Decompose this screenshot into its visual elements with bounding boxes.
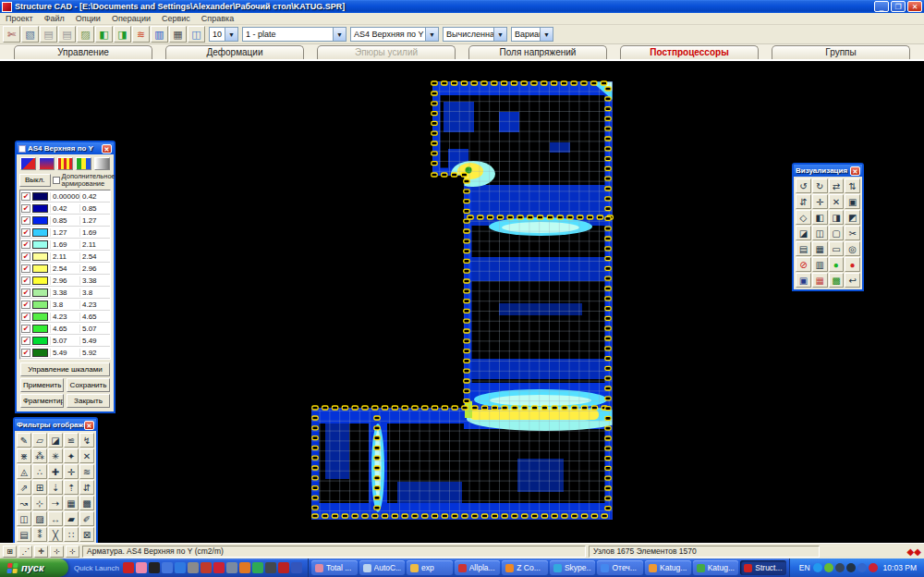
tray-icon-3[interactable] <box>835 563 845 572</box>
toolbar-icon-4[interactable]: ▤ <box>58 26 76 43</box>
status-icon-1[interactable]: ⊞ <box>3 546 17 558</box>
visual-icon-22[interactable]: ▥ <box>812 257 828 272</box>
filter-icon-27[interactable]: ▨ <box>32 511 47 526</box>
filter-icon-9[interactable]: ✦ <box>64 448 79 463</box>
close-icon[interactable]: ✕ <box>84 421 94 430</box>
filter-icon-30[interactable]: ✐ <box>79 511 94 526</box>
legend-row-checkbox[interactable]: ✔ <box>21 313 30 321</box>
filter-icon-20[interactable]: ⇵ <box>79 480 94 495</box>
manage-scales-button[interactable]: Управление шкалами <box>20 362 110 376</box>
variant-select[interactable]: Вариан ▼ <box>511 27 553 42</box>
toolbar-icon-2[interactable]: ▧ <box>21 26 39 43</box>
filter-icon-33[interactable]: ╳ <box>48 527 63 542</box>
filter-icon-15[interactable]: ≋ <box>79 464 94 479</box>
task-button[interactable]: Allpla... <box>455 560 501 575</box>
visual-icon-8[interactable]: ▣ <box>845 194 860 209</box>
visual-icon-25[interactable]: ▣ <box>796 273 811 288</box>
scheme-gray-button[interactable] <box>94 157 110 170</box>
filter-icon-11[interactable]: ◬ <box>17 464 31 479</box>
legend-row-checkbox[interactable]: ✔ <box>21 288 30 297</box>
menu-item-проект[interactable]: Проект <box>6 14 33 23</box>
save-button[interactable]: Сохранить <box>67 378 110 392</box>
filter-icon-8[interactable]: ✳ <box>48 448 63 463</box>
status-icon-3[interactable]: ✛ <box>34 546 48 558</box>
filter-icon-13[interactable]: ✚ <box>48 464 63 479</box>
legend-row-checkbox[interactable]: ✔ <box>21 240 30 249</box>
legend-row-checkbox[interactable]: ✔ <box>21 216 30 225</box>
task-button[interactable]: Z Co... <box>502 560 548 575</box>
filter-icon-10[interactable]: ✕ <box>79 448 94 463</box>
tab-постпроцессоры[interactable]: Постпроцессоры <box>620 45 759 59</box>
task-button[interactable]: AutoC... <box>359 560 406 575</box>
legend-row-checkbox[interactable]: ✔ <box>21 204 30 213</box>
filter-icon-19[interactable]: ⇡ <box>64 480 79 495</box>
visual-icon-20[interactable]: ◎ <box>845 241 860 256</box>
filter-icon-17[interactable]: ⊞ <box>32 480 47 495</box>
close-palette-button[interactable]: Закрыть <box>67 394 110 408</box>
visual-icon-4[interactable]: ⇅ <box>845 178 860 193</box>
toolbar-icon-8[interactable]: ≋ <box>132 26 150 43</box>
visual-icon-7[interactable]: ✕ <box>829 194 845 209</box>
toolbar-icon-7[interactable]: ◨ <box>114 26 131 43</box>
minimize-button[interactable]: _ <box>874 1 889 12</box>
tray-icon-2[interactable] <box>824 563 833 572</box>
task-button[interactable]: Total ... <box>311 560 358 575</box>
start-button[interactable]: пуск <box>0 559 68 577</box>
off-button[interactable]: Выкл. <box>19 174 51 187</box>
apply-button[interactable]: Применить <box>20 378 64 392</box>
quick-launch-icon-2[interactable] <box>136 562 147 573</box>
visual-icon-28[interactable]: ↩ <box>845 273 860 288</box>
visual-icon-5[interactable]: ⇵ <box>796 194 811 209</box>
legend-row-checkbox[interactable]: ✔ <box>21 276 30 285</box>
scheme-diagonal-button[interactable] <box>20 157 36 170</box>
toolbar-icon-10[interactable]: ▦ <box>169 26 187 43</box>
visual-icon-6[interactable]: ✛ <box>812 194 828 209</box>
toolbar-icon-6[interactable]: ◧ <box>95 26 113 43</box>
visual-icon-23[interactable]: ● <box>829 257 845 272</box>
status-icon-2[interactable]: ⋰ <box>18 546 32 558</box>
task-button[interactable]: Отеч... <box>597 560 643 575</box>
filter-icon-29[interactable]: ▰ <box>64 511 79 526</box>
filter-icon-32[interactable]: ⁑ <box>32 527 47 542</box>
extra-reinforcement-checkbox[interactable] <box>53 177 60 184</box>
legend-row-checkbox[interactable]: ✔ <box>21 337 30 345</box>
visual-icon-19[interactable]: ▭ <box>829 241 845 256</box>
model-canvas[interactable] <box>0 61 924 543</box>
visual-icon-10[interactable]: ◧ <box>812 210 828 225</box>
visual-icon-11[interactable]: ◨ <box>829 210 845 225</box>
visual-icon-24[interactable]: ● <box>845 257 860 272</box>
filter-icon-35[interactable]: ⊠ <box>79 527 94 542</box>
filter-icon-26[interactable]: ◫ <box>17 511 31 526</box>
tab-управление[interactable]: Управление <box>14 45 152 59</box>
quick-launch-icon-4[interactable] <box>162 562 173 573</box>
close-icon[interactable]: ✕ <box>850 166 860 176</box>
visual-icon-3[interactable]: ⇄ <box>829 178 845 193</box>
filter-icon-24[interactable]: ▦ <box>64 496 79 510</box>
filter-icon-18[interactable]: ⇣ <box>48 480 63 495</box>
tab-группы[interactable]: Группы <box>772 45 910 59</box>
task-button[interactable]: Struct... <box>740 560 786 575</box>
status-icon-4[interactable]: ⊹ <box>50 546 64 558</box>
filter-icon-25[interactable]: ▩ <box>79 496 94 510</box>
kind-select[interactable]: Вычисленная армату ▼ <box>443 27 507 42</box>
visual-icon-18[interactable]: ▦ <box>812 241 828 256</box>
quick-launch-icon-10[interactable] <box>239 562 250 573</box>
filter-icon-28[interactable]: ↔ <box>48 511 63 526</box>
visual-icon-21[interactable]: ⊘ <box>796 257 811 272</box>
quick-launch-icon-11[interactable] <box>252 562 263 573</box>
quick-launch-icon-1[interactable] <box>123 562 134 573</box>
quick-launch-icon-9[interactable] <box>226 562 237 573</box>
filter-icon-3[interactable]: ◪ <box>48 433 63 448</box>
quick-launch-icon-3[interactable] <box>149 562 160 573</box>
tray-icon-6[interactable] <box>869 563 878 572</box>
status-icon-5[interactable]: ⊹ <box>66 546 79 558</box>
visual-icon-15[interactable]: ▢ <box>829 226 845 240</box>
filter-icon-14[interactable]: ✛ <box>64 464 79 479</box>
filter-icon-16[interactable]: ⇗ <box>17 480 31 495</box>
filter-icon-1[interactable]: ✎ <box>17 433 31 448</box>
visual-icon-16[interactable]: ✂ <box>845 226 860 240</box>
legend-row-checkbox[interactable]: ✔ <box>21 325 30 333</box>
filter-icon-31[interactable]: ▤ <box>17 527 31 542</box>
tray-icon-4[interactable] <box>846 563 856 572</box>
clock[interactable]: 10:03 PM <box>883 563 917 572</box>
